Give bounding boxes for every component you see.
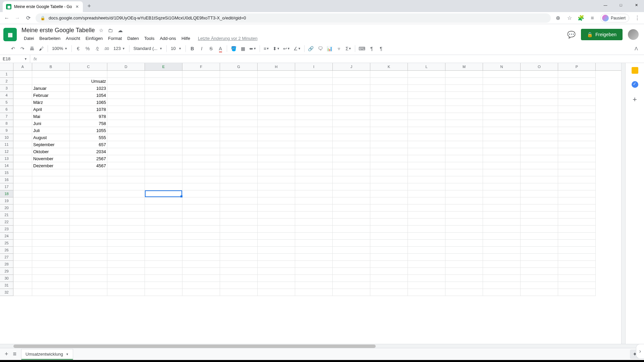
cell[interactable] [558, 155, 596, 162]
cell[interactable] [295, 127, 333, 134]
row-header[interactable]: 7 [0, 113, 13, 120]
cell[interactable]: Mai [32, 113, 70, 120]
cell[interactable] [333, 197, 370, 204]
cell[interactable] [558, 275, 596, 282]
cell[interactable] [13, 92, 32, 99]
cell[interactable] [333, 113, 370, 120]
cell[interactable] [13, 85, 32, 92]
cell[interactable] [145, 176, 182, 183]
cell[interactable] [483, 219, 521, 226]
text-color-button[interactable]: A [216, 44, 225, 53]
cell[interactable] [445, 148, 483, 155]
cell[interactable] [70, 219, 107, 226]
cell[interactable] [13, 134, 32, 141]
cell[interactable]: 1023 [70, 85, 107, 92]
print-icon[interactable]: 🖶 [28, 44, 36, 53]
cell[interactable] [107, 85, 145, 92]
column-header[interactable]: F [182, 63, 220, 70]
cell[interactable] [295, 247, 333, 254]
cell[interactable] [408, 183, 445, 190]
strikethrough-button[interactable]: S [207, 44, 215, 53]
scrollbar-thumb[interactable] [13, 345, 376, 348]
menu-addons[interactable]: Add-ons [157, 35, 178, 42]
column-header[interactable]: M [445, 63, 483, 70]
cell[interactable] [333, 183, 370, 190]
cell[interactable] [107, 141, 145, 148]
cell[interactable] [445, 212, 483, 219]
cell[interactable] [145, 78, 182, 85]
cell[interactable] [445, 141, 483, 148]
cell[interactable] [483, 120, 521, 127]
cell[interactable] [521, 233, 558, 240]
percent-button[interactable]: % [83, 44, 92, 53]
cell[interactable] [521, 219, 558, 226]
cell[interactable] [220, 219, 258, 226]
cell[interactable] [182, 275, 220, 282]
cell[interactable] [70, 169, 107, 176]
cell[interactable] [32, 71, 70, 78]
cell[interactable] [182, 162, 220, 169]
cell[interactable] [13, 99, 32, 106]
wrap-icon[interactable]: ↩▼ [282, 44, 291, 53]
cell[interactable] [558, 233, 596, 240]
cell[interactable] [107, 212, 145, 219]
cell[interactable] [182, 169, 220, 176]
cell[interactable] [408, 113, 445, 120]
cell[interactable] [521, 134, 558, 141]
profile-paused-chip[interactable]: Pausiert [600, 14, 629, 22]
cell[interactable] [182, 204, 220, 212]
cell[interactable] [107, 275, 145, 282]
cell[interactable] [445, 85, 483, 92]
cell[interactable] [107, 127, 145, 134]
row-header[interactable]: 29 [0, 268, 13, 275]
cell[interactable] [182, 141, 220, 148]
cell[interactable] [13, 71, 32, 78]
cell[interactable] [145, 106, 182, 113]
cell[interactable] [13, 275, 32, 282]
cell[interactable] [558, 204, 596, 212]
cell[interactable] [295, 169, 333, 176]
cell[interactable] [445, 233, 483, 240]
cell[interactable] [258, 204, 295, 212]
sheet-tab-active[interactable]: Umsatzentwicklung ▼ [21, 349, 73, 360]
paint-format-icon[interactable]: 🖌 [37, 44, 46, 53]
cell[interactable] [483, 141, 521, 148]
cell[interactable] [333, 148, 370, 155]
collapse-toolbar-icon[interactable]: ᐱ [632, 44, 641, 53]
cell[interactable] [408, 155, 445, 162]
row-header[interactable]: 22 [0, 219, 13, 226]
cell[interactable] [370, 99, 408, 106]
cell[interactable] [258, 268, 295, 275]
row-header[interactable]: 32 [0, 289, 13, 296]
cell[interactable] [483, 268, 521, 275]
cell[interactable] [107, 155, 145, 162]
cell[interactable] [182, 78, 220, 85]
cell[interactable] [145, 247, 182, 254]
cell[interactable] [13, 148, 32, 155]
cell[interactable] [258, 197, 295, 204]
cell[interactable] [220, 282, 258, 289]
column-header[interactable]: O [521, 63, 558, 70]
cell[interactable] [13, 240, 32, 247]
cell[interactable] [333, 289, 370, 296]
cell[interactable] [408, 92, 445, 99]
cell[interactable] [182, 289, 220, 296]
cell[interactable] [258, 289, 295, 296]
cell[interactable] [370, 120, 408, 127]
cell[interactable] [107, 226, 145, 233]
cell[interactable] [295, 212, 333, 219]
cell[interactable] [258, 261, 295, 268]
cell[interactable] [145, 240, 182, 247]
cell[interactable] [32, 240, 70, 247]
column-header[interactable]: A [13, 63, 32, 70]
cell[interactable] [182, 183, 220, 190]
cell[interactable] [408, 282, 445, 289]
cell[interactable]: 2567 [70, 155, 107, 162]
cell[interactable] [333, 233, 370, 240]
cell[interactable] [483, 99, 521, 106]
input-tools-icon-1[interactable]: ⌨ [357, 44, 367, 53]
cell[interactable] [521, 190, 558, 197]
cell[interactable] [521, 282, 558, 289]
cell[interactable] [258, 190, 295, 197]
cell[interactable] [220, 71, 258, 78]
